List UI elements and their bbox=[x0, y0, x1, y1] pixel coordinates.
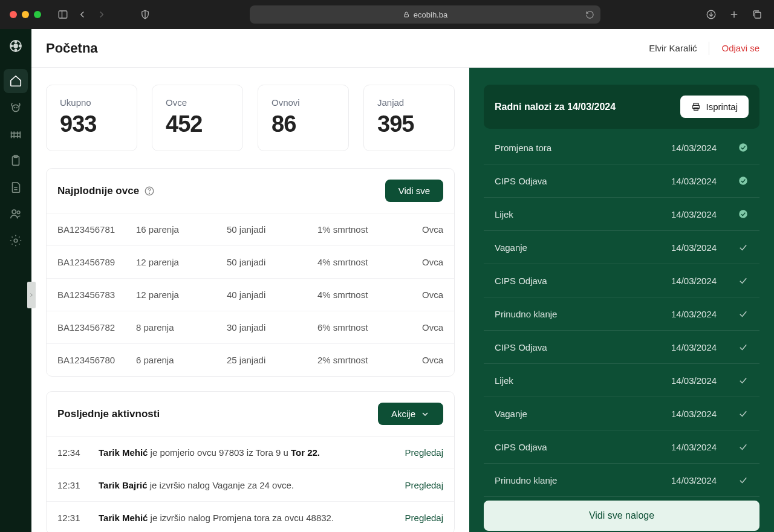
order-row[interactable]: Prinudno klanje 14/03/2024 bbox=[484, 297, 759, 331]
svg-point-30 bbox=[14, 239, 18, 242]
order-date: 14/03/2024 bbox=[671, 143, 738, 153]
order-row[interactable]: Lijek 14/03/2024 bbox=[484, 364, 759, 397]
matings-cell: 12 parenja bbox=[136, 257, 227, 267]
new-tab-icon[interactable] bbox=[727, 7, 741, 22]
status-pending-icon bbox=[738, 242, 749, 253]
activity-row: 12:31 Tarik Bajrić je izvršio nalog Vaga… bbox=[47, 469, 454, 502]
table-row[interactable]: BA123456782 8 parenja 30 janjadi 6% smrt… bbox=[47, 311, 454, 344]
svg-rect-0 bbox=[59, 11, 67, 18]
app-header: Početna Elvir Karalić Odjavi se bbox=[31, 29, 774, 68]
app-sidebar bbox=[0, 29, 31, 532]
svg-point-17 bbox=[16, 108, 17, 108]
sidebar-item-users[interactable] bbox=[4, 202, 28, 226]
window-minimize-icon[interactable] bbox=[22, 11, 29, 18]
order-row[interactable]: Promjena tora 14/03/2024 bbox=[484, 131, 759, 164]
order-date: 14/03/2024 bbox=[671, 409, 738, 419]
order-date: 14/03/2024 bbox=[671, 242, 738, 253]
order-date: 14/03/2024 bbox=[671, 375, 738, 386]
status-pending-icon bbox=[738, 308, 749, 319]
user-name: Elvir Karalić bbox=[649, 43, 697, 53]
activity-desc: Tarik Mehić je izvršio nalog Promjena to… bbox=[99, 513, 405, 523]
order-row[interactable]: Vaganje 14/03/2024 bbox=[484, 231, 759, 264]
see-all-orders-button[interactable]: Vidi sve naloge bbox=[484, 501, 759, 531]
header-divider bbox=[709, 42, 709, 55]
privacy-shield-icon[interactable] bbox=[138, 7, 152, 22]
logout-link[interactable]: Odjavi se bbox=[721, 43, 759, 53]
order-row[interactable]: Vaganje 14/03/2024 bbox=[484, 397, 759, 430]
status-pending-icon bbox=[738, 408, 749, 419]
order-row[interactable]: CIPS Odjava 14/03/2024 bbox=[484, 331, 759, 364]
orders-header: Radni nalozi za 14/03/2024 Isprintaj bbox=[484, 85, 759, 129]
svg-rect-35 bbox=[694, 108, 698, 110]
stat-label: Ukupno bbox=[60, 97, 123, 108]
status-pending-icon bbox=[738, 441, 749, 452]
page-title: Početna bbox=[46, 41, 98, 56]
help-icon[interactable] bbox=[144, 186, 155, 196]
view-link[interactable]: Pregledaj bbox=[405, 480, 443, 490]
url-bar[interactable]: ecobih.ba bbox=[250, 5, 600, 24]
order-date: 14/03/2024 bbox=[671, 475, 738, 485]
view-link[interactable]: Pregledaj bbox=[405, 447, 443, 458]
sidebar-item-settings[interactable] bbox=[4, 229, 28, 253]
svg-point-13 bbox=[15, 50, 17, 51]
sidebar-item-animals[interactable] bbox=[4, 96, 28, 120]
actions-button[interactable]: Akcije bbox=[378, 403, 443, 425]
sidebar-expand-handle[interactable] bbox=[27, 282, 36, 308]
svg-point-29 bbox=[17, 211, 20, 214]
matings-cell: 6 parenja bbox=[136, 355, 227, 365]
table-row[interactable]: BA123456783 12 parenja 40 janjadi 4% smr… bbox=[47, 279, 454, 311]
svg-point-37 bbox=[739, 177, 747, 185]
mortality-cell: 4% smrtnost bbox=[317, 257, 408, 267]
animal-id: BA123456789 bbox=[57, 257, 136, 267]
table-row[interactable]: BA123456780 6 parenja 25 janjadi 2% smrt… bbox=[47, 344, 454, 376]
order-row[interactable]: Lijek 14/03/2024 bbox=[484, 198, 759, 231]
animal-id: BA123456783 bbox=[57, 290, 136, 300]
order-task: Prinudno klanje bbox=[495, 309, 671, 319]
view-link[interactable]: Pregledaj bbox=[405, 513, 443, 523]
nav-back-icon[interactable] bbox=[75, 7, 89, 22]
see-all-button[interactable]: Vidi sve bbox=[385, 180, 443, 202]
app-logo-icon[interactable] bbox=[7, 37, 24, 54]
sidebar-item-orders[interactable] bbox=[4, 149, 28, 173]
sidebar-toggle-icon[interactable] bbox=[56, 7, 70, 22]
order-date: 14/03/2024 bbox=[671, 442, 738, 452]
sidebar-item-pens[interactable] bbox=[4, 122, 28, 146]
stat-label: Janjad bbox=[377, 97, 441, 108]
tab-overview-icon[interactable] bbox=[750, 7, 764, 22]
sidebar-item-home[interactable] bbox=[4, 69, 28, 93]
order-row[interactable]: CIPS Odjava 14/03/2024 bbox=[484, 430, 759, 464]
order-row[interactable]: CIPS Odjava 14/03/2024 bbox=[484, 264, 759, 297]
order-row[interactable]: CIPS Odjava 14/03/2024 bbox=[484, 164, 759, 198]
animal-id: BA123456780 bbox=[57, 355, 136, 365]
nav-forward-icon[interactable] bbox=[94, 7, 109, 22]
svg-point-12 bbox=[19, 45, 21, 47]
table-row[interactable]: BA123456781 16 parenja 50 janjadi 1% smr… bbox=[47, 213, 454, 246]
print-button[interactable]: Isprintaj bbox=[680, 96, 749, 118]
actions-label: Akcije bbox=[391, 409, 415, 419]
reload-icon[interactable] bbox=[585, 10, 594, 19]
fertile-panel: Najplodnije ovce Vidi sve BA123456781 16… bbox=[46, 168, 455, 377]
status-done-icon bbox=[738, 175, 749, 186]
svg-point-14 bbox=[11, 45, 13, 47]
order-task: CIPS Odjava bbox=[495, 276, 671, 286]
stat-value: 395 bbox=[377, 111, 441, 137]
table-row[interactable]: BA123456789 12 parenja 50 janjadi 4% smr… bbox=[47, 246, 454, 279]
status-pending-icon bbox=[738, 342, 749, 352]
order-task: CIPS Odjava bbox=[495, 442, 671, 452]
chevron-down-icon bbox=[420, 409, 430, 419]
stat-value: 86 bbox=[272, 111, 335, 137]
order-date: 14/03/2024 bbox=[671, 209, 738, 219]
window-zoom-icon[interactable] bbox=[34, 11, 41, 18]
activities-panel: Posljednje aktivnosti Akcije 12:34 Tarik… bbox=[46, 391, 455, 532]
sidebar-item-reports[interactable] bbox=[4, 175, 28, 199]
order-row[interactable]: Prinudno klanje 14/03/2024 bbox=[484, 464, 759, 497]
order-task: Vaganje bbox=[495, 242, 671, 253]
activity-desc: Tarik Mehić je pomjerio ovcu 97803 iz To… bbox=[99, 447, 405, 458]
mortality-cell: 6% smrtnost bbox=[317, 322, 408, 332]
lambs-cell: 25 janjadi bbox=[227, 355, 317, 365]
activities-title: Posljednje aktivnosti bbox=[57, 408, 160, 420]
mortality-cell: 4% smrtnost bbox=[317, 290, 408, 300]
downloads-icon[interactable] bbox=[704, 7, 718, 22]
window-close-icon[interactable] bbox=[10, 11, 17, 18]
svg-point-36 bbox=[739, 143, 747, 152]
